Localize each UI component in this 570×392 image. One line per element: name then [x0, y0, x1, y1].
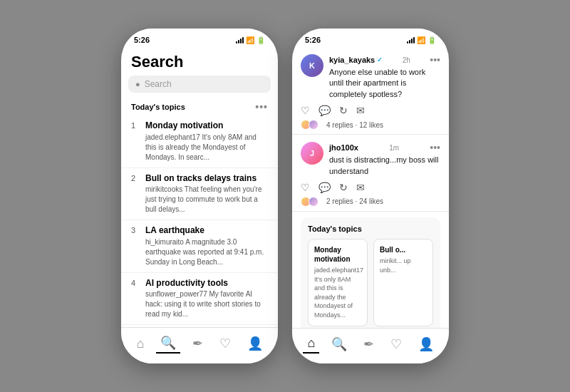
right-status-icons: 📶 🔋 [407, 36, 436, 44]
post-2-comment-icon[interactable]: 💬 [318, 182, 331, 193]
right-nav-heart-icon[interactable]: ♡ [386, 335, 406, 354]
trending-section-title: Today's topics [131, 103, 185, 111]
trend-item-1[interactable]: 1 Monday motivation jaded.elephant17 It'… [121, 115, 278, 168]
post-2-actions: ♡ 💬 ↻ ✉ [301, 182, 440, 193]
post-1-verified: ✓ [377, 56, 383, 63]
right-wifi-icon: 📶 [417, 36, 425, 44]
feed-screen: K kyia_kayaks ✓ 2h ••• Anyone else unabl… [292, 47, 449, 328]
signal-icon [236, 37, 244, 43]
post-1-dots[interactable]: ••• [430, 54, 440, 66]
post-2-avatar: J [301, 142, 323, 165]
right-nav-home-icon[interactable]: ⌂ [303, 334, 319, 354]
post-1-share-icon[interactable]: ✉ [356, 105, 365, 116]
post-1-avatar: K [301, 54, 323, 77]
topics-card: Today's topics Monday motivation jaded.e… [301, 217, 440, 328]
post-1-heart-icon[interactable]: ♡ [301, 105, 310, 116]
post-1-time: 2h [403, 56, 410, 64]
right-nav-search-icon[interactable]: 🔍 [327, 335, 351, 354]
topics-card-title: Today's topics [308, 225, 433, 233]
nav-search-icon[interactable]: 🔍 [156, 334, 180, 354]
search-bar-icon: ● [135, 80, 140, 88]
post-2-text: dust is distracting...my boss will under… [329, 155, 440, 177]
post-1-repost-icon[interactable]: ↻ [339, 105, 348, 116]
search-title: Search [121, 47, 278, 76]
trend-desc-1: jaded.elephant17 It's only 8AM and this … [145, 133, 268, 163]
post-2-heart-icon[interactable]: ♡ [301, 182, 310, 193]
post-1-stat-avatars [301, 120, 316, 130]
post-2-time: 1m [389, 144, 399, 152]
trend-info-3: LA earthquake hi_kimuraito A magnitude 3… [145, 225, 268, 267]
post-1-actions: ♡ 💬 ↻ ✉ [301, 105, 440, 116]
post-2-author-row: jho100x 1m ••• [329, 142, 440, 153]
right-status-bar: 5:26 📶 🔋 [292, 29, 449, 47]
trend-title-4: AI productivity tools [145, 278, 268, 289]
trend-num-1: 1 [131, 120, 138, 130]
topic-monday-name: Monday motivation [314, 245, 361, 264]
post-1-meta: kyia_kayaks ✓ 2h ••• Anyone else unable … [329, 54, 440, 100]
left-time: 5:26 [134, 36, 150, 44]
trend-num-3: 3 [131, 225, 138, 234]
right-time: 5:26 [305, 36, 321, 44]
post-2-stat-text: 2 replies · 24 likes [326, 197, 383, 205]
post-1-stats: 4 replies · 12 likes [301, 120, 440, 130]
left-status-icons: 📶 🔋 [236, 36, 265, 44]
trend-title-3: LA earthquake [145, 225, 268, 237]
trending-list: 1 Monday motivation jaded.elephant17 It'… [121, 115, 278, 327]
post-1-comment-icon[interactable]: 💬 [318, 105, 331, 116]
right-nav-profile-icon[interactable]: 👤 [414, 335, 438, 354]
nav-home-icon[interactable]: ⌂ [132, 335, 148, 353]
post-1-stat-text: 4 replies · 12 likes [326, 121, 383, 129]
trend-num-2: 2 [131, 173, 138, 182]
post-2-stats: 2 replies · 24 likes [301, 197, 440, 207]
topic-card-bull[interactable]: Bull o... mirikit... up unb... [373, 239, 433, 326]
post-2: J jho100x 1m ••• dust is distracting...m… [292, 135, 449, 212]
trend-item-3[interactable]: 3 LA earthquake hi_kimuraito A magnitude… [121, 220, 278, 273]
post-2-meta: jho100x 1m ••• dust is distracting...my … [329, 142, 440, 177]
right-nav-compose-icon[interactable]: ✒ [359, 335, 378, 354]
trending-section-dots[interactable]: ••• [255, 101, 268, 113]
left-bottom-nav: ⌂ 🔍 ✒ ♡ 👤 [121, 327, 278, 363]
topic-bull-name: Bull o... [380, 245, 427, 254]
post-2-dots[interactable]: ••• [430, 142, 440, 153]
trend-info-2: Bull on tracks delays trains mirikitcook… [145, 173, 268, 215]
post-1: K kyia_kayaks ✓ 2h ••• Anyone else unabl… [292, 47, 449, 135]
nav-compose-icon[interactable]: ✒ [188, 334, 207, 353]
post-2-header: J jho100x 1m ••• dust is distracting...m… [301, 142, 440, 177]
trend-title-2: Bull on tracks delays trains [145, 173, 268, 185]
trend-info-1: Monday motivation jaded.elephant17 It's … [145, 120, 268, 163]
wifi-icon: 📶 [246, 36, 254, 44]
nav-heart-icon[interactable]: ♡ [215, 334, 235, 353]
right-signal-icon [407, 37, 415, 43]
post-1-author-row: kyia_kayaks ✓ 2h ••• [329, 54, 440, 66]
post-1-stat-av-2 [309, 120, 318, 130]
trend-desc-3: hi_kimuraito A magnitude 3.0 earthquake … [145, 237, 268, 267]
search-bar[interactable]: ● Search [128, 76, 271, 93]
trend-num-4: 4 [131, 278, 138, 287]
topic-bull-desc: mirikit... up unb... [380, 257, 427, 274]
post-1-header: K kyia_kayaks ✓ 2h ••• Anyone else unabl… [301, 54, 440, 100]
topic-monday-desc: jaded.elephant17 It's only 8AM and this … [314, 266, 361, 320]
topics-grid: Monday motivation jaded.elephant17 It's … [308, 239, 433, 326]
search-input-placeholder[interactable]: Search [145, 79, 172, 89]
right-phone: 5:26 📶 🔋 K [292, 29, 449, 363]
nav-profile-icon[interactable]: 👤 [243, 334, 267, 353]
post-1-author: kyia_kayaks ✓ [329, 56, 383, 64]
post-2-repost-icon[interactable]: ↻ [339, 182, 348, 193]
post-2-stat-avatars [301, 197, 316, 207]
search-screen: Search ● Search Today's topics ••• 1 Mon… [121, 47, 278, 327]
right-battery-icon: 🔋 [428, 36, 436, 44]
left-phone: 5:26 📶 🔋 Search ● Search [121, 29, 278, 363]
trend-info-4: AI productivity tools sunflower_power77 … [145, 278, 268, 320]
trend-desc-4: sunflower_power77 My favorite AI hack: u… [145, 289, 268, 319]
right-bottom-nav: ⌂ 🔍 ✒ ♡ 👤 [292, 328, 449, 363]
trending-section-header: Today's topics ••• [121, 98, 278, 115]
trend-item-2[interactable]: 2 Bull on tracks delays trains mirikitco… [121, 168, 278, 221]
battery-icon: 🔋 [256, 36, 265, 44]
trend-desc-2: mirikitcooks That feeling when you're ju… [145, 185, 268, 215]
trend-item-4[interactable]: 4 AI productivity tools sunflower_power7… [121, 273, 278, 326]
topic-card-monday[interactable]: Monday motivation jaded.elephant17 It's … [308, 239, 368, 326]
post-2-share-icon[interactable]: ✉ [356, 182, 365, 193]
trend-title-1: Monday motivation [145, 120, 268, 132]
left-status-bar: 5:26 📶 🔋 [121, 29, 278, 47]
post-1-text: Anyone else unable to work until their a… [329, 67, 440, 100]
